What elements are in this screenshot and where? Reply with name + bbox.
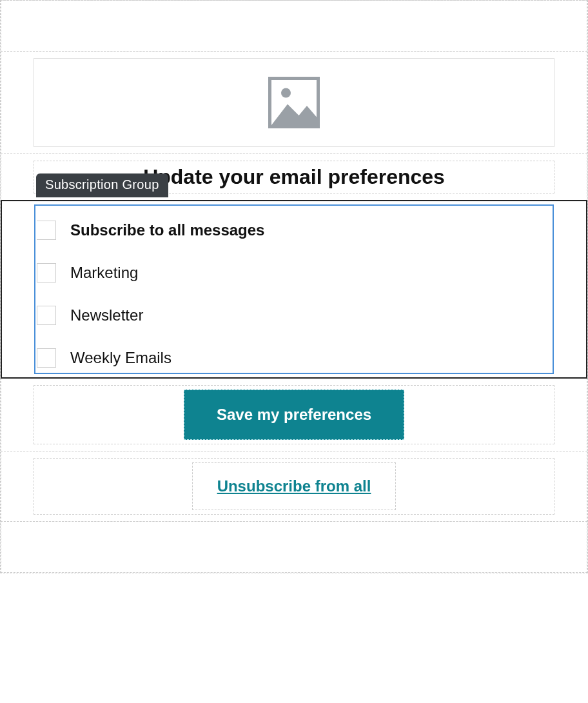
subscription-group-block-selected[interactable]: Subscription Group Subscribe to all mess…: [1, 200, 587, 379]
subscription-item-weekly-emails: Weekly Emails: [35, 337, 553, 373]
subscription-item-label: Subscribe to all messages: [70, 221, 264, 239]
spacer-block: [1, 0, 587, 52]
checkbox-subscribe-all[interactable]: [37, 221, 56, 240]
svg-point-1: [281, 88, 291, 98]
editor-canvas: Update your email preferences Subscripti…: [0, 0, 588, 573]
image-block[interactable]: [34, 58, 554, 147]
spacer-block: [1, 521, 587, 573]
unsubscribe-row: Unsubscribe from all: [1, 451, 587, 522]
checkbox-newsletter[interactable]: [37, 306, 56, 325]
save-button-row: Save my preferences: [1, 378, 587, 451]
subscription-item-subscribe-all: Subscribe to all messages: [35, 209, 553, 252]
block-type-label: Subscription Group: [36, 173, 168, 197]
unsubscribe-block-outer: Unsubscribe from all: [34, 458, 554, 515]
subscription-item-label: Marketing: [70, 264, 138, 282]
unsubscribe-block-inner: Unsubscribe from all: [192, 462, 397, 510]
subscription-group-inner: Subscribe to all messages Marketing News…: [34, 204, 554, 374]
image-placeholder-icon: [268, 77, 320, 128]
subscription-item-newsletter: Newsletter: [35, 294, 553, 337]
save-button-block: Save my preferences: [34, 385, 554, 444]
subscription-item-label: Weekly Emails: [70, 349, 172, 367]
subscription-item-marketing: Marketing: [35, 252, 553, 294]
image-block-row: [1, 51, 587, 154]
checkbox-marketing[interactable]: [37, 263, 56, 282]
save-preferences-button[interactable]: Save my preferences: [184, 390, 404, 440]
checkbox-weekly-emails[interactable]: [37, 348, 56, 368]
subscription-item-label: Newsletter: [70, 306, 143, 324]
unsubscribe-from-all-link[interactable]: Unsubscribe from all: [217, 477, 371, 495]
